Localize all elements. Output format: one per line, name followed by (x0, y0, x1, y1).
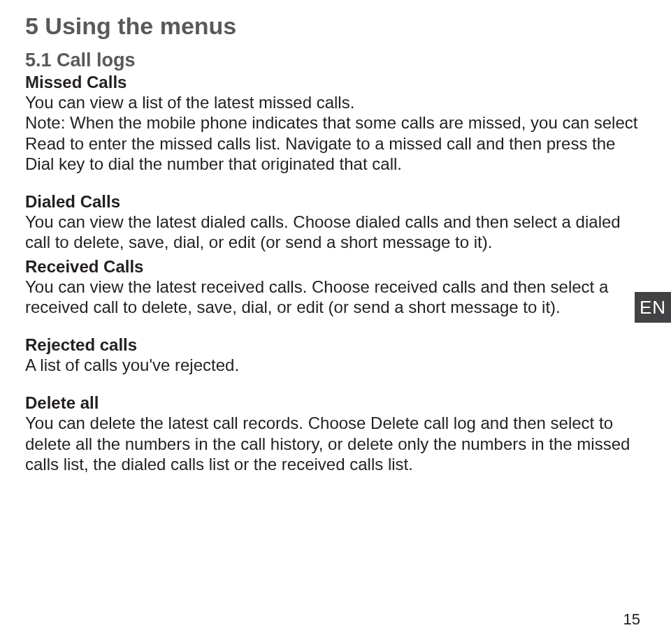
rejected-calls-heading: Rejected calls (25, 335, 646, 355)
missed-calls-heading: Missed Calls (25, 73, 646, 92)
chapter-title: 5 Using the menus (25, 13, 646, 40)
missed-calls-body: You can view a list of the latest missed… (25, 92, 646, 174)
rejected-calls-body: A list of calls you've rejected. (25, 355, 646, 375)
rejected-calls-block: Rejected calls A list of calls you've re… (25, 335, 646, 375)
delete-all-block: Delete all You can delete the latest cal… (25, 393, 646, 474)
dialed-calls-heading: Dialed Calls (25, 192, 646, 212)
section-title: 5.1 Call logs (25, 50, 646, 71)
received-calls-heading: Received Calls (25, 257, 646, 277)
dialed-calls-block: Dialed Calls You can view the latest dia… (25, 192, 646, 253)
page-number: 15 (623, 610, 640, 629)
received-calls-body: You can view the latest received calls. … (25, 277, 646, 318)
delete-all-heading: Delete all (25, 393, 646, 413)
manual-page: 5 Using the menus 5.1 Call logs Missed C… (0, 0, 671, 644)
received-calls-block: Received Calls You can view the latest r… (25, 257, 646, 318)
dialed-calls-body: You can view the latest dialed calls. Ch… (25, 212, 646, 253)
language-tab: EN (635, 292, 671, 323)
missed-calls-block: Missed Calls You can view a list of the … (25, 73, 646, 174)
delete-all-body: You can delete the latest call records. … (25, 413, 646, 474)
